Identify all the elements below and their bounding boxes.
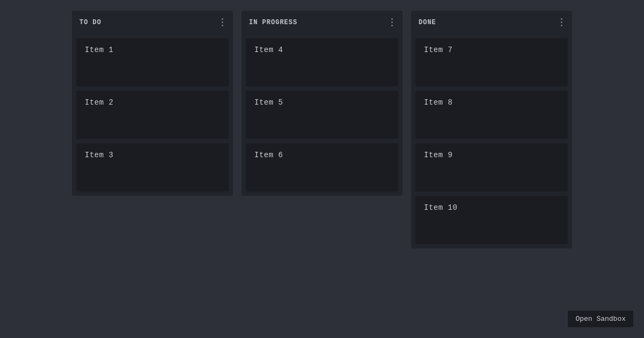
card-title-4: Item 4 [254, 46, 283, 54]
column-body-todo: Item 1Item 2Item 3 [72, 34, 233, 196]
card-item-6[interactable]: Item 6 [246, 143, 398, 192]
column-menu-button-done[interactable] [559, 17, 565, 27]
column-header-in-progress: IN PROGRESS [241, 11, 402, 34]
card-item-8[interactable]: Item 8 [415, 91, 568, 139]
column-menu-button-todo[interactable] [219, 17, 225, 27]
column-title-done: DONE [419, 19, 436, 26]
card-title-10: Item 10 [424, 203, 457, 212]
card-item-5[interactable]: Item 5 [246, 91, 398, 139]
column-in-progress: IN PROGRESSItem 4Item 5Item 6 [241, 11, 402, 196]
column-title-in-progress: IN PROGRESS [249, 19, 297, 26]
card-title-8: Item 8 [424, 98, 452, 107]
column-header-todo: TO DO [72, 11, 233, 34]
card-title-3: Item 3 [85, 151, 113, 159]
card-title-5: Item 5 [254, 98, 283, 107]
card-item-1[interactable]: Item 1 [76, 38, 229, 86]
column-todo: TO DOItem 1Item 2Item 3 [72, 11, 233, 196]
card-title-9: Item 9 [424, 151, 452, 159]
card-title-1: Item 1 [85, 46, 113, 54]
column-body-in-progress: Item 4Item 5Item 6 [241, 34, 402, 196]
column-menu-button-in-progress[interactable] [389, 17, 395, 27]
card-item-10[interactable]: Item 10 [415, 196, 568, 244]
card-title-6: Item 6 [254, 151, 283, 159]
column-header-done: DONE [411, 11, 572, 34]
card-item-7[interactable]: Item 7 [415, 38, 568, 86]
card-item-9[interactable]: Item 9 [415, 143, 568, 192]
column-title-todo: TO DO [79, 19, 101, 26]
column-done: DONEItem 7Item 8Item 9Item 10 [411, 11, 572, 248]
kanban-board: TO DOItem 1Item 2Item 3IN PROGRESSItem 4… [0, 0, 644, 338]
column-body-done: Item 7Item 8Item 9Item 10 [411, 34, 572, 248]
card-item-3[interactable]: Item 3 [76, 143, 229, 192]
card-item-4[interactable]: Item 4 [246, 38, 398, 86]
card-title-7: Item 7 [424, 46, 452, 54]
card-item-2[interactable]: Item 2 [76, 91, 229, 139]
open-sandbox-button[interactable]: Open Sandbox [568, 311, 633, 327]
card-title-2: Item 2 [85, 98, 113, 107]
